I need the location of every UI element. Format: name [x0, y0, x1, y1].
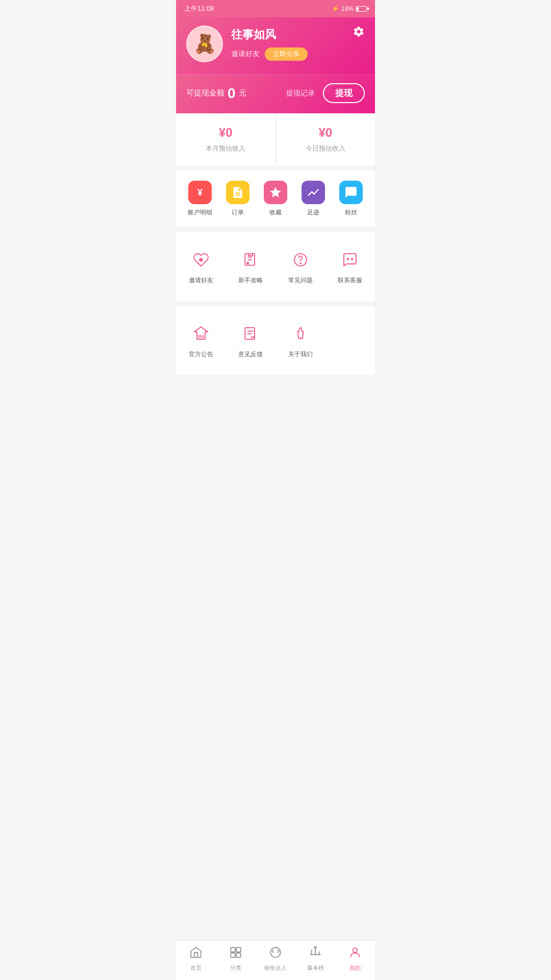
monthly-amount: ¥0: [184, 126, 267, 140]
account-icon: ¥: [188, 181, 212, 204]
invite-row: 邀请好友 立即分享: [231, 47, 365, 61]
third-item-about[interactable]: 关于我们: [276, 316, 325, 365]
settings-icon[interactable]: [353, 26, 365, 41]
svg-point-6: [300, 263, 301, 264]
feedback-label: 意见反馈: [238, 350, 263, 359]
menu-grid: ¥ 账户明细 订单 收藏: [181, 181, 370, 217]
footprint-icon: [302, 181, 325, 204]
svg-point-8: [352, 258, 353, 260]
monthly-earnings: ¥0 本月预估收入: [176, 113, 276, 165]
order-label: 订单: [232, 208, 244, 217]
secondary-menu: 邀请好友 新手攻略 常见问题: [176, 232, 375, 301]
status-bar: 上午11:08 ⚡ 18%: [176, 0, 375, 17]
wallet-section: 可提现金额 0 元 提现记录 提现: [176, 75, 375, 113]
svg-text:¥: ¥: [197, 187, 203, 198]
menu-item-fans[interactable]: 粉丝: [336, 181, 366, 217]
third-item-feedback[interactable]: 意见反馈: [226, 316, 276, 365]
menu-item-account[interactable]: ¥ 账户明细: [185, 181, 215, 217]
lightning-icon: ⚡: [332, 5, 339, 12]
fans-icon: [339, 181, 363, 204]
wallet-right: 提现记录 提现: [286, 83, 365, 103]
daily-amount: ¥0: [284, 126, 367, 140]
support-label: 联系客服: [338, 276, 362, 285]
secondary-item-invite[interactable]: 邀请好友: [176, 242, 226, 291]
secondary-item-faq[interactable]: 常见问题: [276, 242, 325, 291]
wallet-label: 可提现金额: [186, 88, 224, 98]
earnings-section: ¥0 本月预估收入 ¥0 今日预估收入: [176, 113, 375, 165]
secondary-grid: 邀请好友 新手攻略 常见问题: [176, 242, 375, 291]
withdraw-button[interactable]: 提现: [323, 83, 365, 103]
invite-icon: [190, 249, 212, 271]
faq-icon: [289, 249, 312, 271]
wallet-unit: 元: [239, 88, 246, 98]
svg-point-7: [347, 258, 349, 260]
username: 往事如风: [231, 27, 365, 42]
svg-point-10: [300, 338, 300, 339]
quick-menu: ¥ 账户明细 订单 收藏: [176, 170, 375, 227]
battery-percent: 18%: [341, 5, 354, 12]
support-icon: [339, 249, 361, 271]
feedback-icon: [239, 323, 262, 345]
favorite-icon: [264, 181, 287, 204]
profile-header: 🧸 往事如风 邀请好友 立即分享: [176, 17, 375, 75]
status-right: ⚡ 18%: [332, 5, 367, 12]
daily-earnings: ¥0 今日预估收入: [276, 113, 375, 165]
guide-label: 新手攻略: [238, 276, 263, 285]
invite-label: 邀请好友: [189, 276, 213, 285]
order-icon: [226, 181, 249, 204]
third-grid: 官方公告 意见反馈 关于我们: [176, 316, 375, 365]
about-icon: [289, 323, 312, 345]
menu-item-favorite[interactable]: 收藏: [260, 181, 291, 217]
user-info: 往事如风 邀请好友 立即分享: [231, 27, 365, 61]
wallet-value: 0: [228, 85, 236, 102]
faq-label: 常见问题: [288, 276, 313, 285]
announcement-label: 官方公告: [189, 350, 213, 359]
third-menu: 官方公告 意见反馈 关于我们: [176, 306, 375, 375]
monthly-label: 本月预估收入: [184, 144, 267, 153]
secondary-item-guide[interactable]: 新手攻略: [226, 242, 276, 291]
about-label: 关于我们: [288, 350, 313, 359]
secondary-item-support[interactable]: 联系客服: [325, 242, 375, 291]
menu-item-footprint[interactable]: 足迹: [298, 181, 329, 217]
account-label: 账户明细: [188, 208, 212, 217]
avatar: 🧸: [186, 26, 223, 62]
menu-item-order[interactable]: 订单: [222, 181, 253, 217]
wallet-amount: 可提现金额 0 元: [186, 85, 246, 102]
footprint-label: 足迹: [307, 208, 319, 217]
battery-icon: [356, 6, 367, 12]
fans-label: 粉丝: [345, 208, 357, 217]
svg-point-1: [199, 258, 202, 261]
third-item-announcement[interactable]: 官方公告: [176, 316, 226, 365]
daily-label: 今日预估收入: [284, 144, 367, 153]
invite-share-button[interactable]: 立即分享: [265, 47, 308, 61]
favorite-label: 收藏: [269, 208, 282, 217]
announcement-icon: [190, 323, 212, 345]
record-link[interactable]: 提现记录: [286, 89, 315, 98]
invite-label: 邀请好友: [231, 50, 260, 59]
guide-icon: [239, 249, 262, 271]
status-time: 上午11:08: [184, 4, 214, 13]
